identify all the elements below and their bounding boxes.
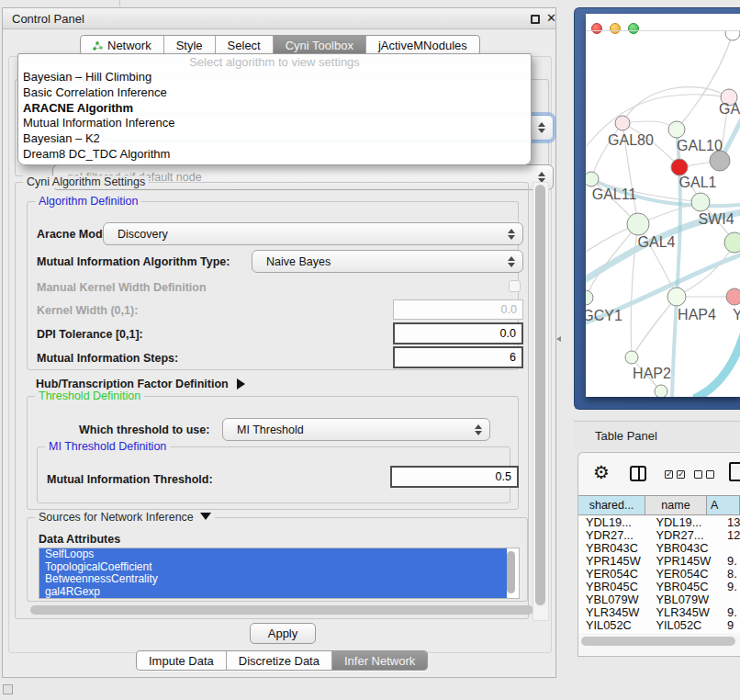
table-cell: YPR145W — [654, 555, 723, 568]
tab-select[interactable]: Select — [215, 36, 273, 54]
network-view-window: GALGAL80GAL10GAL1GAL11SWI4GAL4GCY1HAP4YH… — [586, 14, 740, 397]
node-label: SWI4 — [698, 211, 734, 227]
table-cell: YDL19... — [654, 516, 723, 529]
algorithm-option[interactable]: Basic Correlation Inference — [18, 85, 531, 101]
column-header-1[interactable]: name — [645, 496, 707, 514]
data-attribute-item[interactable]: TopologicalCoefficient — [39, 561, 507, 574]
mi-steps-field[interactable]: 6 — [393, 346, 523, 368]
mi-steps-label: Mutual Information Steps: — [37, 352, 178, 365]
table-row[interactable]: YBL079WYBL079W — [578, 593, 740, 606]
tab-impute-data[interactable]: Impute Data — [137, 651, 226, 670]
network-node[interactable] — [724, 232, 740, 253]
panel-divider-arrow-icon[interactable] — [556, 336, 561, 342]
tab-network[interactable]: Network — [81, 36, 163, 54]
column-header-0[interactable]: shared... — [578, 496, 645, 514]
table-cell: 9. — [722, 555, 740, 568]
gear-icon[interactable]: ⚙ — [593, 461, 610, 483]
mi-threshold-label: Mutual Information Threshold: — [47, 473, 213, 486]
tab-discretize-data[interactable]: Discretize Data — [226, 651, 331, 670]
apply-button[interactable]: Apply — [250, 623, 316, 644]
tab-infer-network[interactable]: Infer Network — [331, 651, 427, 670]
deselect-all-checkboxes-icon[interactable] — [694, 470, 714, 479]
mi-type-combo[interactable]: Naive Bayes — [252, 250, 523, 273]
settings-vertical-scrollbar[interactable] — [533, 182, 549, 621]
data-attributes-list[interactable]: SelfLoopsTopologicalCoefficientBetweenne… — [39, 548, 520, 599]
network-node[interactable] — [668, 121, 685, 138]
data-attribute-item[interactable]: BetweennessCentrality — [39, 573, 507, 586]
combo-arrows-icon — [508, 229, 515, 240]
hub-definition-toggle[interactable]: Hub/Transcription Factor Definition — [36, 378, 245, 390]
aracne-mode-combo[interactable]: Discovery — [103, 222, 523, 245]
threshold-definition-title: Threshold Definition — [35, 390, 144, 402]
table-row[interactable]: YBR045CYBR045C9. — [578, 581, 740, 593]
algorithm-definition-title: Algorithm Definition — [35, 195, 141, 208]
mi-threshold-field[interactable]: 0.5 — [390, 466, 519, 488]
expand-right-icon — [237, 378, 245, 390]
table-cell: YDR27... — [654, 529, 723, 542]
mi-type-label: Mutual Information Algorithm Type: — [37, 255, 230, 268]
table-row[interactable]: YPR145WYPR145W9. — [578, 555, 740, 568]
network-node[interactable] — [710, 151, 730, 171]
which-threshold-combo[interactable]: MI Threshold — [222, 418, 490, 441]
data-attribute-item[interactable]: gal4RGexp — [39, 586, 507, 599]
table-row[interactable]: YER054CYER054C8. — [578, 568, 740, 581]
scrollbar-thumb[interactable] — [581, 637, 735, 646]
node-label: GAL1 — [679, 175, 717, 190]
manual-kernel-checkbox[interactable] — [509, 280, 521, 292]
network-node[interactable] — [691, 193, 710, 211]
settings-horizontal-scrollbar[interactable] — [30, 605, 533, 616]
table-cell: YPR145W — [578, 555, 654, 568]
table-row[interactable]: YBR043CYBR043C — [578, 542, 740, 555]
table-row[interactable]: YDL19...YDL19...13 — [578, 516, 740, 529]
data-attributes-label: Data Attributes — [39, 533, 120, 546]
tab-cyni-toolbox[interactable]: Cyni Toolbox — [273, 36, 365, 54]
columns-icon[interactable] — [630, 466, 646, 481]
control-panel-tabs: NetworkStyleSelectCyni ToolboxjActiveMNo… — [80, 35, 480, 55]
network-node[interactable] — [726, 288, 740, 305]
algorithm-option[interactable]: Bayesian – K2 — [18, 131, 531, 147]
list-scrollbar-thumb[interactable] — [507, 551, 515, 593]
network-node-labels: GALGAL80GAL10GAL1GAL11SWI4GAL4GCY1HAP4YH… — [586, 101, 740, 381]
network-node[interactable] — [615, 116, 630, 130]
table-cell: YDL19... — [578, 516, 654, 529]
table-cell: YLR345W — [578, 606, 654, 619]
table-cell: YBR045C — [654, 581, 723, 593]
scrollbar-thumb[interactable] — [30, 605, 533, 615]
aracne-mode-value: Discovery — [104, 228, 168, 241]
algorithm-option[interactable]: Mutual Information Inference — [18, 116, 531, 131]
network-node[interactable] — [586, 290, 593, 305]
tab-style[interactable]: Style — [163, 36, 215, 54]
export-table-icon[interactable] — [729, 462, 740, 481]
table-row[interactable]: YIL052CYIL052C9 — [578, 619, 740, 632]
network-node[interactable] — [671, 159, 688, 175]
sources-title-text: Sources for Network Inference — [39, 511, 194, 524]
algorithm-option[interactable]: ARACNE Algorithm — [18, 101, 531, 117]
tab-jactivemnodules[interactable]: jActiveMNodules — [365, 36, 479, 54]
algorithm-option[interactable]: Bayesian – Hill Climbing — [18, 70, 531, 85]
network-node[interactable] — [627, 213, 649, 235]
float-window-icon[interactable] — [531, 15, 540, 24]
select-all-checkboxes-icon[interactable]: ✓✓ — [665, 470, 685, 479]
column-header-2[interactable]: A — [707, 496, 740, 514]
network-canvas[interactable]: GALGAL80GAL10GAL1GAL11SWI4GAL4GCY1HAP4YH… — [586, 31, 740, 397]
network-node[interactable] — [586, 172, 599, 186]
close-icon[interactable]: ✕ — [546, 11, 556, 25]
scrollbar-thumb[interactable] — [535, 185, 545, 605]
sources-group-title[interactable]: Sources for Network Inference — [35, 511, 215, 524]
kernel-width-field[interactable]: 0.0 — [393, 299, 523, 320]
table-row[interactable]: YLR345WYLR345W9. — [578, 606, 740, 619]
table-row[interactable]: YDR27...YDR27...12 — [578, 529, 740, 542]
network-node[interactable] — [725, 31, 740, 40]
tab-label: Impute Data — [149, 654, 214, 668]
tab-label: Select — [228, 39, 261, 52]
mi-type-value: Naive Bayes — [252, 255, 331, 268]
network-node[interactable] — [655, 385, 667, 397]
network-node[interactable] — [667, 288, 686, 306]
dpi-tolerance-field[interactable]: 0.0 — [393, 322, 523, 344]
table-cell: YER054C — [654, 568, 723, 581]
table-horizontal-scrollbar[interactable] — [581, 637, 738, 647]
dock-widget-icon[interactable] — [3, 684, 13, 694]
algorithm-option[interactable]: Dream8 DC_TDC Algorithm — [18, 147, 531, 163]
data-attribute-item[interactable]: SelfLoops — [39, 548, 507, 561]
network-node[interactable] — [625, 351, 638, 364]
